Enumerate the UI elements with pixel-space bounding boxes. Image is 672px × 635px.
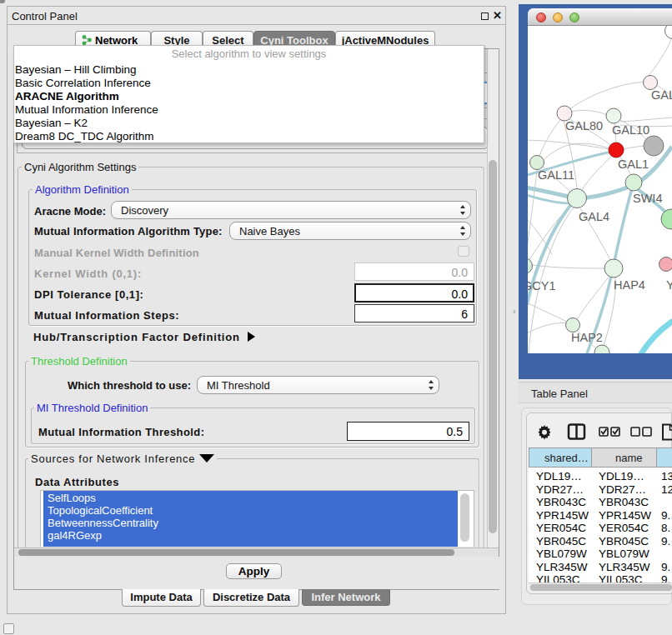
svg-text:GAL10: GAL10: [612, 123, 649, 137]
svg-text:Y: Y: [666, 278, 672, 292]
svg-text:GAL: GAL: [651, 88, 672, 102]
svg-text:GAL1: GAL1: [618, 158, 649, 171]
svg-text:GAL80: GAL80: [565, 119, 603, 132]
svg-text:GAL11: GAL11: [538, 168, 574, 182]
svg-text:GCY1: GCY1: [528, 279, 556, 292]
svg-text:SWI4: SWI4: [633, 192, 662, 205]
svg-text:GAL4: GAL4: [579, 210, 609, 223]
svg-text:HAP4: HAP4: [614, 278, 645, 292]
svg-text:HAP2: HAP2: [571, 331, 603, 344]
